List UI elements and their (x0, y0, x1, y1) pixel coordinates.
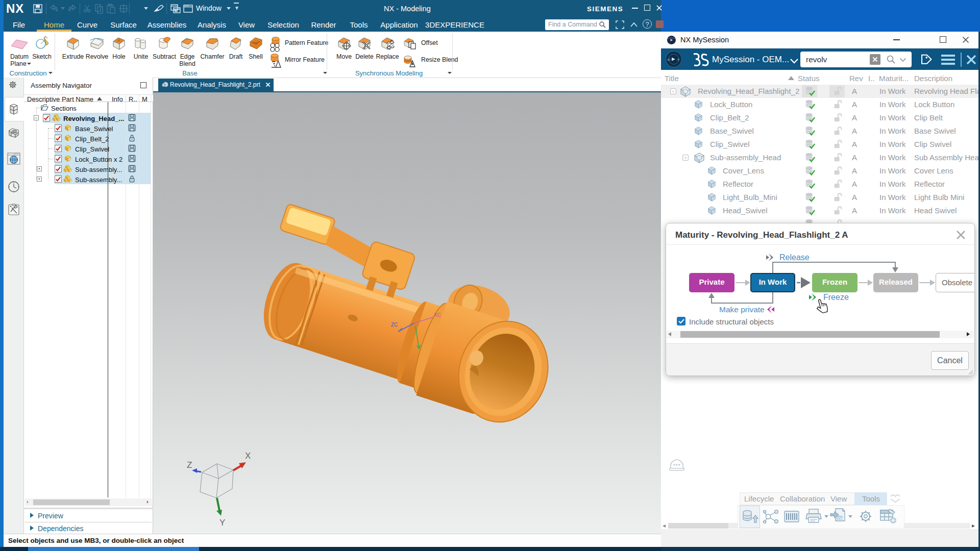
svg-text:ZC: ZC (391, 322, 398, 328)
svg-text:XC: XC (434, 312, 441, 318)
svg-text:CSV: CSV (837, 517, 843, 520)
svg-text:3D: 3D (667, 58, 671, 61)
svg-text:IF: IF (677, 58, 679, 61)
svg-text:Y: Y (219, 518, 225, 528)
svg-text:Z: Z (187, 460, 192, 470)
svg-text:X: X (245, 451, 251, 461)
